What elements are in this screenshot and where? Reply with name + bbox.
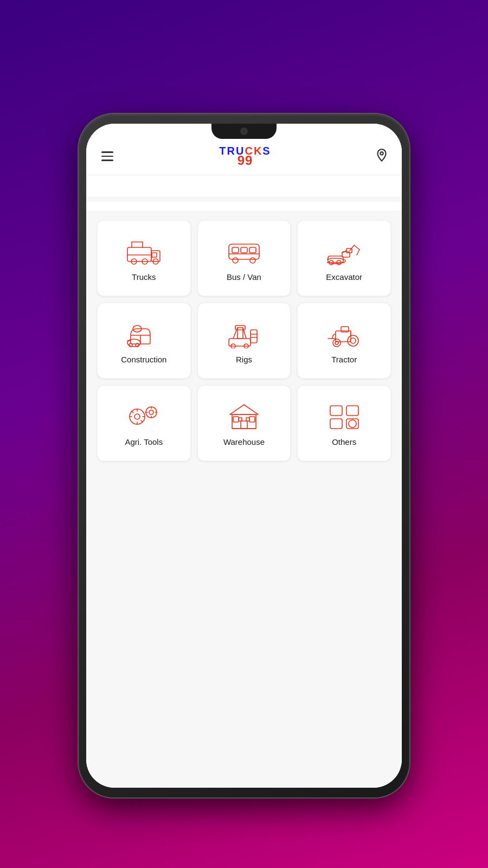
svg-rect-11 [229,244,259,259]
category-label-agri-tools: Agri. Tools [125,437,163,446]
svg-rect-2 [151,251,160,261]
location-button[interactable] [375,148,389,164]
svg-rect-14 [232,247,239,253]
svg-line-25 [354,245,359,250]
notch-camera [240,127,248,135]
svg-line-26 [357,250,359,255]
svg-rect-15 [241,247,247,253]
others-icon [327,403,362,431]
section-title [86,202,402,210]
category-label-tractor: Tractor [331,355,357,364]
logo-99-text: 99 [237,154,253,167]
category-label-trucks: Trucks [132,272,156,282]
category-label-excavator: Excavator [326,272,362,282]
category-card-rigs[interactable]: Rigs [197,303,291,379]
category-card-tractor[interactable]: Tractor [297,303,391,379]
phone-notch [211,124,277,139]
breadcrumb [86,175,402,196]
svg-rect-38 [237,328,243,339]
category-label-warehouse: Warehouse [223,437,265,446]
svg-rect-71 [239,418,242,421]
scroll-content: TrucksBus / VanExcavatorConstructionRigs… [86,196,402,788]
svg-rect-68 [233,417,239,422]
category-card-agri-tools[interactable]: Agri. Tools [97,385,191,461]
svg-rect-45 [336,331,351,342]
category-card-excavator[interactable]: Excavator [297,220,391,296]
svg-point-43 [348,335,358,346]
app-content: TRUCKS 99 [86,124,402,788]
svg-rect-74 [346,406,358,416]
svg-marker-65 [230,405,258,414]
category-card-others[interactable]: Others [297,385,391,461]
svg-point-44 [333,339,341,347]
svg-rect-16 [249,247,256,253]
category-card-bus-van[interactable]: Bus / Van [197,220,291,296]
category-label-rigs: Rigs [236,355,252,364]
bus-van-icon [227,238,261,266]
agri-tools-icon [126,403,161,431]
category-label-others: Others [332,437,356,446]
svg-rect-72 [246,418,249,421]
category-grid: TrucksBus / VanExcavatorConstructionRigs… [97,220,391,461]
phone-screen: TRUCKS 99 [86,124,402,788]
category-label-construction: Construction [121,355,166,364]
svg-point-77 [349,420,356,427]
svg-rect-75 [330,419,342,429]
svg-line-58 [141,420,143,422]
category-label-bus-van: Bus / Van [227,272,261,282]
svg-point-13 [250,258,255,263]
phone-mockup: TRUCKS 99 [79,114,409,797]
app-logo: TRUCKS 99 [219,145,271,167]
trucks-icon [126,238,161,266]
svg-rect-67 [241,421,247,429]
svg-point-60 [149,410,153,414]
construction-icon [126,320,161,348]
hamburger-menu-button[interactable] [99,149,115,163]
svg-rect-1 [127,247,151,261]
svg-rect-35 [229,339,251,346]
svg-point-12 [233,258,238,263]
category-card-construction[interactable]: Construction [97,303,191,379]
svg-point-0 [380,152,383,155]
svg-rect-73 [330,406,342,416]
rigs-icon [227,320,261,348]
svg-line-57 [132,411,133,413]
svg-rect-40 [251,330,257,343]
warehouse-icon [227,403,261,431]
svg-point-52 [134,414,140,419]
excavator-icon [327,238,362,266]
category-card-warehouse[interactable]: Warehouse [197,385,291,461]
tractor-icon [327,320,362,348]
svg-rect-10 [152,253,157,257]
svg-rect-69 [249,417,255,422]
category-card-trucks[interactable]: Trucks [97,220,191,296]
